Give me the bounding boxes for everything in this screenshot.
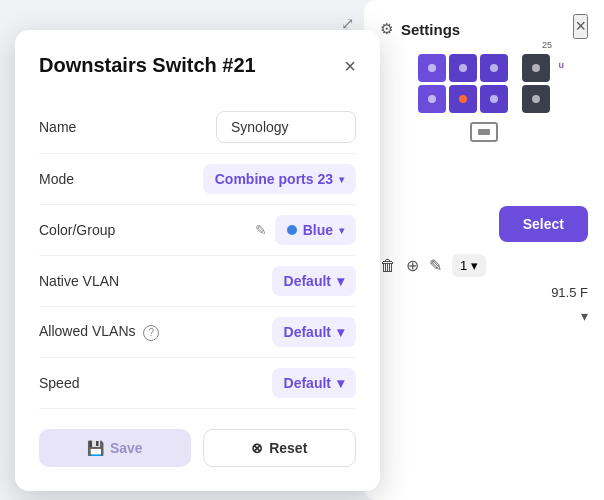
speed-dropdown[interactable]: Default ▾ bbox=[272, 368, 356, 398]
color-chevron: ▾ bbox=[339, 225, 344, 236]
temperature-display: 91.5 F bbox=[380, 285, 588, 300]
right-panel-title: Settings bbox=[401, 21, 460, 38]
speed-chevron: ▾ bbox=[337, 375, 344, 391]
port-1-dot bbox=[428, 64, 436, 72]
mode-dropdown[interactable]: Combine ports 23 ▾ bbox=[203, 164, 356, 194]
save-button[interactable]: 💾 Save bbox=[39, 429, 191, 467]
allowed-vlans-row: Allowed VLANs ? Default ▾ bbox=[39, 307, 356, 358]
port-u-label: u bbox=[559, 60, 565, 70]
modal-header: Downstairs Switch #21 × bbox=[39, 54, 356, 77]
reset-label: Reset bbox=[269, 440, 307, 456]
save-label: Save bbox=[110, 440, 143, 456]
native-vlan-label: Native VLAN bbox=[39, 273, 119, 289]
save-icon: 💾 bbox=[87, 440, 104, 456]
add-icon[interactable]: ⊕ bbox=[406, 256, 419, 275]
port-6-dot bbox=[459, 95, 467, 103]
modal-footer: 💾 Save ⊗ Reset bbox=[39, 429, 356, 467]
version-selector[interactable]: 1 ▾ bbox=[452, 254, 486, 277]
port-row-bottom bbox=[418, 85, 550, 113]
port-2-dot bbox=[459, 64, 467, 72]
port-7-dot bbox=[490, 95, 498, 103]
allowed-vlans-label: Allowed VLANs ? bbox=[39, 323, 159, 341]
port-1[interactable] bbox=[418, 54, 446, 82]
version-value: 1 bbox=[460, 258, 467, 273]
name-row: Name bbox=[39, 101, 356, 154]
right-panel-close-button[interactable]: × bbox=[573, 14, 588, 39]
allowed-vlans-text: Allowed VLANs bbox=[39, 323, 136, 339]
switch-diagram: 25 u bbox=[380, 54, 588, 194]
version-chevron: ▾ bbox=[471, 258, 478, 273]
port-7[interactable] bbox=[480, 85, 508, 113]
port-5[interactable] bbox=[418, 85, 446, 113]
reset-icon: ⊗ bbox=[251, 440, 263, 456]
color-dot bbox=[287, 225, 297, 235]
allowed-vlans-chevron: ▾ bbox=[337, 324, 344, 340]
allowed-vlans-help-icon[interactable]: ? bbox=[143, 325, 159, 341]
allowed-vlans-dropdown[interactable]: Default ▾ bbox=[272, 317, 356, 347]
native-vlan-chevron: ▾ bbox=[337, 273, 344, 289]
edit-icon[interactable]: ✎ bbox=[429, 256, 442, 275]
color-group-value: ✎ Blue ▾ bbox=[255, 215, 356, 245]
name-input[interactable] bbox=[216, 111, 356, 143]
port-8[interactable] bbox=[522, 85, 550, 113]
port-diagram: 25 u bbox=[418, 54, 550, 142]
settings-icon: ⚙ bbox=[380, 20, 393, 38]
mode-row: Mode Combine ports 23 ▾ bbox=[39, 154, 356, 205]
allowed-vlans-value: Default bbox=[284, 324, 331, 340]
port-3[interactable] bbox=[480, 54, 508, 82]
temperature-value: 91.5 F bbox=[551, 285, 588, 300]
main-modal: Downstairs Switch #21 × Name Mode Combin… bbox=[15, 30, 380, 491]
port-5-dot bbox=[428, 95, 436, 103]
port-2[interactable] bbox=[449, 54, 477, 82]
port-4-dot bbox=[532, 64, 540, 72]
speed-value: Default bbox=[284, 375, 331, 391]
right-panel-header: ⚙ Settings bbox=[380, 20, 588, 38]
switch-icon-inner bbox=[478, 129, 490, 135]
port-row-top: 25 u bbox=[418, 54, 550, 82]
color-group-label: Color/Group bbox=[39, 222, 115, 238]
action-row: 🗑 ⊕ ✎ 1 ▾ bbox=[380, 254, 588, 277]
speed-label: Speed bbox=[39, 375, 79, 391]
color-group-row: Color/Group ✎ Blue ▾ bbox=[39, 205, 356, 256]
native-vlan-row: Native VLAN Default ▾ bbox=[39, 256, 356, 307]
mode-label: Mode bbox=[39, 171, 74, 187]
mode-value: Combine ports 23 bbox=[215, 171, 333, 187]
name-value bbox=[216, 111, 356, 143]
color-value: Blue bbox=[303, 222, 333, 238]
color-dropdown[interactable]: Blue ▾ bbox=[275, 215, 356, 245]
color-edit-icon[interactable]: ✎ bbox=[255, 222, 267, 238]
expand-chevron[interactable]: ▾ bbox=[581, 308, 588, 324]
port-25-label: 25 bbox=[542, 40, 552, 50]
native-vlan-value: Default bbox=[284, 273, 331, 289]
speed-row: Speed Default ▾ bbox=[39, 358, 356, 409]
native-vlan-dropdown[interactable]: Default ▾ bbox=[272, 266, 356, 296]
port-6[interactable] bbox=[449, 85, 477, 113]
port-3-dot bbox=[490, 64, 498, 72]
reset-button[interactable]: ⊗ Reset bbox=[203, 429, 357, 467]
delete-icon[interactable]: 🗑 bbox=[380, 257, 396, 275]
right-panel: × ⚙ Settings 25 u bbox=[364, 0, 604, 500]
select-button[interactable]: Select bbox=[499, 206, 588, 242]
modal-close-button[interactable]: × bbox=[344, 56, 356, 76]
expand-row: ▾ bbox=[380, 308, 588, 324]
name-label: Name bbox=[39, 119, 76, 135]
port-4[interactable]: 25 u bbox=[522, 54, 550, 82]
modal-title: Downstairs Switch #21 bbox=[39, 54, 256, 77]
port-8-dot bbox=[532, 95, 540, 103]
mode-chevron: ▾ bbox=[339, 174, 344, 185]
switch-icon bbox=[470, 122, 498, 142]
